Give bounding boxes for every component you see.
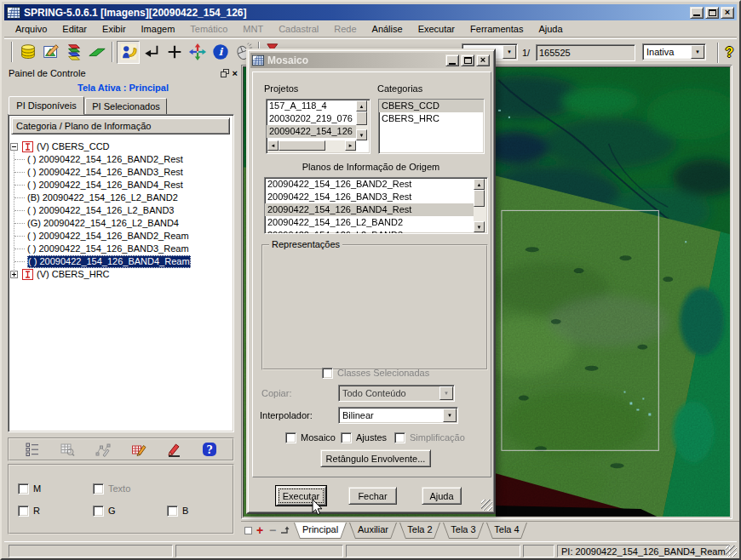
menu-analise[interactable]: Análise — [365, 21, 411, 37]
list-item[interactable]: 20090422_154_126_BAND3_Rest — [265, 191, 474, 203]
chevron-down-icon[interactable]: ▼ — [443, 409, 457, 422]
checkbox-b[interactable]: B — [167, 505, 188, 517]
dialog-close-button[interactable]: × — [476, 54, 490, 66]
tree-row[interactable]: ( ) 20090422_154_126_BAND3_Rest — [9, 166, 232, 179]
tree-row[interactable]: ( ) 20090422_154_126_BAND4_Rest — [9, 179, 232, 191]
list-item[interactable]: 20090422_154_126_L2_BAND2 — [265, 216, 474, 229]
compose-arrow-icon[interactable] — [140, 41, 163, 64]
checkbox-box[interactable] — [341, 432, 352, 443]
layers-icon[interactable] — [62, 41, 85, 64]
dialog-title-bar[interactable]: Mosaico × — [250, 53, 491, 68]
info-icon[interactable]: i — [209, 41, 232, 64]
checkbox-g[interactable]: G — [93, 505, 116, 517]
vertical-scrollbar[interactable]: ▲ ▼ — [356, 100, 369, 140]
checkbox-r[interactable]: R — [18, 505, 40, 517]
menu-exibir[interactable]: Exibir — [95, 21, 134, 37]
collapse-expander-icon[interactable] — [10, 143, 18, 151]
list-icon[interactable] — [25, 442, 40, 457]
tree-row[interactable]: ( ) 20090422_154_126_BAND2_Ream — [9, 230, 232, 243]
panel-header[interactable]: Painel de Controle × — [5, 66, 241, 80]
tab-pi-selecionados[interactable]: PI Selecionados — [85, 98, 167, 115]
list-item[interactable]: 20090422_154_126_BAND2_Rest — [265, 178, 474, 191]
panel-close-icon[interactable]: × — [233, 68, 238, 78]
close-button[interactable]: × — [721, 7, 734, 19]
checkbox-box[interactable] — [167, 506, 178, 517]
tree-row[interactable]: (B) 20090422_154_126_L2_BAND2 — [9, 191, 232, 204]
checkbox-box[interactable] — [93, 506, 104, 517]
ajustes-checkbox[interactable]: Ajustes — [341, 431, 387, 443]
list-item-selected[interactable]: 20090422_154_126_BAND4_Rest — [265, 203, 474, 216]
interpolador-combo[interactable]: Bilinear ▼ — [338, 407, 458, 424]
tree-row[interactable]: ( ) 20090422_154_126_BAND2_Rest — [9, 153, 232, 166]
remove-screen-icon[interactable]: − — [269, 523, 276, 537]
scroll-down-icon[interactable]: ▼ — [356, 129, 367, 140]
raster-edit-icon[interactable] — [131, 442, 146, 457]
mosaico-checkbox[interactable]: Mosaico — [285, 431, 336, 443]
scroll-up-icon[interactable]: ▲ — [356, 100, 367, 111]
tab-tela-3[interactable]: Tela 3 — [443, 523, 484, 539]
source-pi-list[interactable]: 20090422_154_126_BAND2_Rest 20090422_154… — [264, 177, 488, 234]
tab-pi-disponiveis[interactable]: PI Disponíveis — [9, 96, 84, 115]
undock-icon[interactable] — [221, 69, 229, 77]
tab-auxiliar[interactable]: Auxiliar — [349, 523, 397, 539]
scroll-left-icon[interactable]: ◄ — [267, 140, 279, 151]
tree-row[interactable]: ( ) 20090422_154_126_BAND3_Ream — [9, 243, 232, 255]
ajuda-button[interactable]: Ajuda — [422, 487, 462, 505]
retangulo-envolvente-button[interactable]: Retângulo Envolvente... — [320, 449, 431, 467]
menu-executar[interactable]: Executar — [411, 21, 462, 37]
tree-row[interactable]: (V) CBERS_HRC — [9, 268, 232, 281]
database-icon[interactable] — [16, 41, 39, 64]
tree-row[interactable]: ( ) 20090422_154_126_L2_BAND3 — [9, 204, 232, 217]
help-icon[interactable]: ? — [718, 41, 741, 64]
list-item-selected[interactable]: CBERS_CCD — [379, 100, 484, 112]
list-item[interactable]: 157_A_118_4 — [267, 100, 356, 112]
list-item[interactable]: 20030202_219_076 — [267, 112, 356, 125]
minimize-button[interactable] — [690, 7, 704, 19]
menu-arquivo[interactable]: Arquivo — [8, 21, 55, 37]
state-combo[interactable]: Inativa ▼ — [642, 43, 706, 60]
chevron-down-icon[interactable]: ▼ — [503, 45, 516, 59]
tab-principal[interactable]: Principal — [294, 523, 347, 539]
checkbox-box[interactable] — [18, 506, 29, 517]
fechar-button[interactable]: Fechar — [348, 487, 397, 505]
tree-header[interactable]: Categoria / Plano de Informação — [11, 117, 230, 134]
list-item[interactable]: 20090422_154_126_L2_BAND3 — [265, 229, 474, 234]
dialog-minimize-button[interactable] — [445, 54, 459, 66]
categories-list[interactable]: CBERS_CCD CBERS_HRC — [378, 99, 485, 154]
scale-input[interactable] — [536, 44, 635, 61]
menu-imagem[interactable]: Imagem — [134, 21, 183, 37]
menu-ferramentas[interactable]: Ferramentas — [462, 21, 531, 37]
scroll-right-icon[interactable]: ► — [345, 140, 356, 151]
draw-icon[interactable] — [166, 442, 181, 457]
plus-icon[interactable] — [163, 41, 186, 64]
slide-icon[interactable] — [85, 41, 108, 64]
help-icon[interactable]: ? — [202, 442, 217, 457]
checkbox-box[interactable] — [18, 483, 29, 494]
vertical-scrollbar[interactable]: ▲ ▼ — [474, 179, 486, 232]
dialog-maximize-button[interactable] — [461, 54, 474, 66]
horizontal-scrollbar[interactable]: ◄ ► — [267, 140, 356, 152]
scroll-down-icon[interactable]: ▼ — [474, 221, 485, 232]
tree-row-selected[interactable]: ( ) 20090422_154_126_BAND4_Ream — [9, 255, 232, 268]
maximize-button[interactable] — [705, 7, 719, 19]
projects-list[interactable]: 157_A_118_4 20030202_219_076 20090422_15… — [266, 99, 370, 154]
tree-row[interactable]: (G) 20090422_154_126_L2_BAND4 — [9, 217, 232, 230]
tab-tela-4[interactable]: Tela 4 — [486, 523, 527, 539]
checkbox-m[interactable]: M — [18, 483, 41, 494]
chevron-down-icon[interactable]: ▼ — [691, 45, 704, 59]
screen-frame-icon[interactable] — [244, 527, 252, 534]
control-panel-icon[interactable] — [117, 41, 140, 64]
list-item[interactable]: CBERS_HRC — [379, 112, 484, 125]
swap-screen-icon[interactable] — [280, 526, 290, 534]
menu-editar[interactable]: Editar — [55, 21, 95, 37]
list-item-selected[interactable]: 20090422_154_126 — [267, 125, 356, 138]
title-bar[interactable]: SPRING-5.0.6.1 [Imagens][20090422_154_12… — [4, 4, 737, 20]
tree-row[interactable]: (V) CBERS_CCD — [9, 140, 232, 153]
data-model-icon[interactable] — [39, 41, 62, 64]
menu-ajuda[interactable]: Ajuda — [531, 21, 570, 37]
pan-arrows-icon[interactable] — [186, 41, 209, 64]
window-resize-grip[interactable] — [726, 546, 737, 557]
add-screen-icon[interactable]: + — [256, 523, 263, 537]
checkbox-box[interactable] — [285, 432, 296, 443]
scroll-up-icon[interactable]: ▲ — [474, 179, 485, 190]
